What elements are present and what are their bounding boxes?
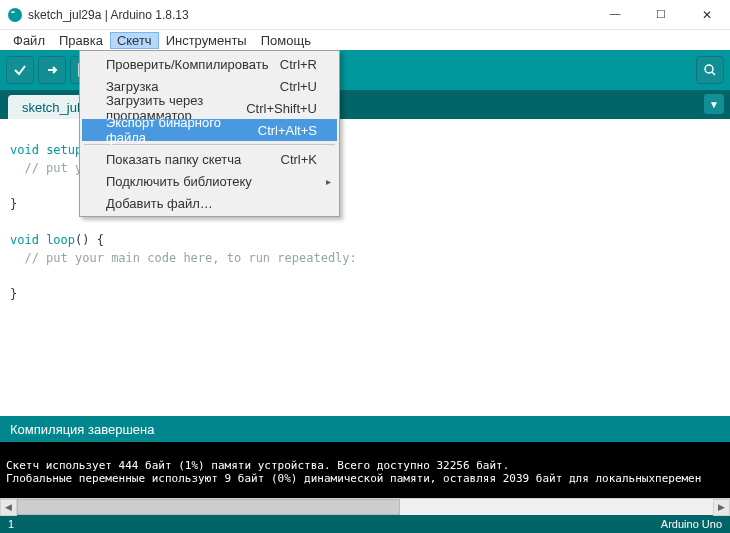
menu-item-shortcut: Ctrl+U [280,79,317,94]
code-comment: // put yo [10,161,89,175]
code-kw: void [10,233,39,247]
menu-file[interactable]: Файл [6,32,52,49]
menu-item-label: Экспорт бинарного файла [106,115,258,145]
menu-item-label: Показать папку скетча [106,152,241,167]
serial-monitor-button[interactable] [696,56,724,84]
menu-item-6[interactable]: Добавить файл… [82,192,337,214]
menu-item-5[interactable]: Подключить библиотеку [82,170,337,192]
menu-item-shortcut: Ctrl+R [280,57,317,72]
arduino-app-icon [8,8,22,22]
window-title: sketch_jul29a | Arduino 1.8.13 [28,8,592,22]
status-message: Компиляция завершена [10,422,155,437]
console-line: Глобальные переменные используют 9 байт … [6,472,701,485]
title-bar: sketch_jul29a | Arduino 1.8.13 [0,0,730,30]
svg-point-1 [705,65,713,73]
code-fn: setup [39,143,82,157]
window-maximize-button[interactable] [638,0,684,29]
footer-bar: 1 Arduino Uno [0,515,730,533]
upload-button[interactable] [38,56,66,84]
code-text: () { [75,233,104,247]
console-line: Скетч использует 444 байт (1%) памяти ус… [6,459,509,472]
console-output: Скетч использует 444 байт (1%) памяти ус… [0,442,730,498]
menu-item-label: Проверить/Компилировать [106,57,268,72]
code-text: } [10,197,17,211]
code-comment: // put your main code here, to run repea… [10,251,357,265]
menu-item-3[interactable]: Экспорт бинарного файлаCtrl+Alt+S [82,119,337,141]
menu-item-4[interactable]: Показать папку скетчаCtrl+K [82,148,337,170]
menu-sketch[interactable]: Скетч [110,32,159,49]
menu-item-label: Загрузка [106,79,159,94]
menu-bar: Файл Правка Скетч Инструменты Помощь [0,30,730,50]
menu-help[interactable]: Помощь [254,32,318,49]
window-close-button[interactable] [684,0,730,29]
status-bar: Компиляция завершена [0,416,730,442]
menu-tools[interactable]: Инструменты [159,32,254,49]
menu-edit[interactable]: Правка [52,32,110,49]
board-label: Arduino Uno [661,518,722,530]
sketch-dropdown-menu: Проверить/КомпилироватьCtrl+RЗагрузкаCtr… [79,50,340,217]
console-scrollbar[interactable]: ◀ ▶ [0,498,730,515]
tab-menu-button[interactable]: ▼ [704,94,724,114]
scroll-left-button[interactable]: ◀ [0,499,17,516]
verify-button[interactable] [6,56,34,84]
menu-item-shortcut: Ctrl+Alt+S [258,123,317,138]
menu-item-shortcut: Ctrl+Shift+U [246,101,317,116]
code-kw: void [10,143,39,157]
code-text: } [10,287,17,301]
code-fn: loop [39,233,75,247]
menu-item-label: Подключить библиотеку [106,174,252,189]
menu-item-shortcut: Ctrl+K [281,152,317,167]
scroll-thumb[interactable] [17,499,400,515]
line-number: 1 [8,518,14,530]
scroll-track[interactable] [17,499,713,515]
menu-item-0[interactable]: Проверить/КомпилироватьCtrl+R [82,53,337,75]
window-minimize-button[interactable] [592,0,638,29]
menu-item-label: Добавить файл… [106,196,213,211]
scroll-right-button[interactable]: ▶ [713,499,730,516]
